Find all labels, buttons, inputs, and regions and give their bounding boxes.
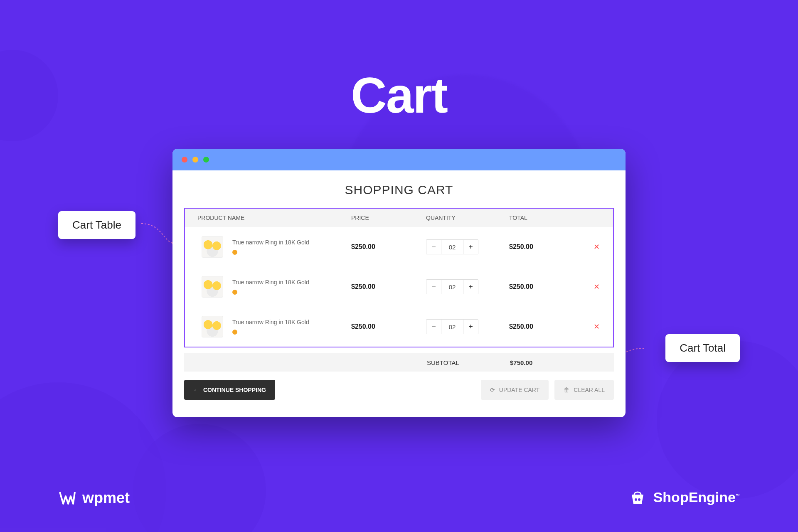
qty-decrease-button[interactable]: − (426, 240, 441, 254)
quantity-stepper: − + (426, 319, 478, 334)
qty-input[interactable] (441, 240, 463, 254)
shopengine-logo: ShopEngine™ (628, 487, 740, 507)
svg-point-3 (638, 498, 640, 501)
table-row: True narrow Ring in 18K Gold $250.00 − +… (185, 307, 613, 347)
shopengine-icon (628, 487, 648, 507)
line-total: $250.00 (509, 283, 533, 290)
window-minimize-icon[interactable] (192, 157, 198, 163)
qty-increase-button[interactable]: + (463, 320, 478, 334)
product-thumbnail (202, 236, 223, 258)
product-thumbnail (202, 316, 223, 337)
product-name: True narrow Ring in 18K Gold (232, 279, 309, 286)
color-swatch (232, 290, 237, 295)
header-quantity: QUANTITY (426, 214, 509, 221)
shopengine-text: ShopEngine (653, 489, 736, 505)
product-name: True narrow Ring in 18K Gold (232, 239, 309, 246)
trash-icon: 🗑 (564, 387, 569, 393)
window-maximize-icon[interactable] (203, 157, 209, 163)
update-label: UPDATE CART (499, 387, 540, 393)
line-total: $250.00 (509, 243, 533, 250)
arrow-left-icon: ← (193, 387, 199, 393)
refresh-icon: ⟳ (490, 387, 495, 393)
qty-decrease-button[interactable]: − (426, 320, 441, 334)
header-total: TOTAL (509, 214, 584, 221)
product-thumbnail (202, 276, 223, 298)
wpmet-icon (58, 489, 76, 507)
quantity-stepper: − + (426, 239, 478, 254)
product-price: $250.00 (351, 243, 375, 250)
wpmet-logo: wpmet (58, 489, 130, 507)
qty-input[interactable] (441, 320, 463, 334)
qty-increase-button[interactable]: + (463, 240, 478, 254)
remove-icon[interactable]: ✕ (594, 243, 600, 251)
window-close-icon[interactable] (182, 157, 187, 163)
color-swatch (232, 250, 237, 255)
header-product: PRODUCT NAME (189, 214, 351, 221)
subtotal-row: SUBTOTAL $750.00 (184, 353, 614, 372)
continue-shopping-button[interactable]: ← CONTINUE SHOPPING (184, 380, 275, 400)
product-price: $250.00 (351, 323, 375, 330)
trademark-icon: ™ (736, 493, 740, 498)
table-header-row: PRODUCT NAME PRICE QUANTITY TOTAL (185, 209, 613, 227)
qty-input[interactable] (441, 280, 463, 294)
svg-point-2 (635, 498, 637, 501)
product-name: True narrow Ring in 18K Gold (232, 319, 309, 325)
page-title: SHOPPING CART (184, 183, 614, 197)
remove-icon[interactable]: ✕ (594, 323, 600, 331)
table-row: True narrow Ring in 18K Gold $250.00 − +… (185, 227, 613, 267)
clear-label: CLEAR ALL (574, 387, 605, 393)
subtotal-label: SUBTOTAL (427, 359, 510, 366)
wpmet-text: wpmet (82, 489, 130, 507)
color-swatch (232, 330, 237, 335)
callout-cart-total: Cart Total (665, 334, 740, 362)
qty-decrease-button[interactable]: − (426, 280, 441, 294)
product-price: $250.00 (351, 283, 375, 290)
subtotal-value: $750.00 (510, 359, 585, 366)
browser-window: SHOPPING CART PRODUCT NAME PRICE QUANTIT… (172, 149, 626, 417)
continue-label: CONTINUE SHOPPING (203, 387, 266, 393)
qty-increase-button[interactable]: + (463, 280, 478, 294)
window-titlebar (172, 149, 626, 170)
clear-all-button[interactable]: 🗑 CLEAR ALL (554, 380, 614, 400)
update-cart-button[interactable]: ⟳ UPDATE CART (481, 380, 549, 400)
line-total: $250.00 (509, 323, 533, 330)
header-price: PRICE (351, 214, 426, 221)
hero-title: Cart (0, 66, 798, 124)
table-row: True narrow Ring in 18K Gold $250.00 − +… (185, 267, 613, 307)
quantity-stepper: − + (426, 279, 478, 294)
cart-table: PRODUCT NAME PRICE QUANTITY TOTAL True n… (184, 208, 614, 347)
callout-cart-table: Cart Table (58, 211, 135, 239)
remove-icon[interactable]: ✕ (594, 283, 600, 291)
